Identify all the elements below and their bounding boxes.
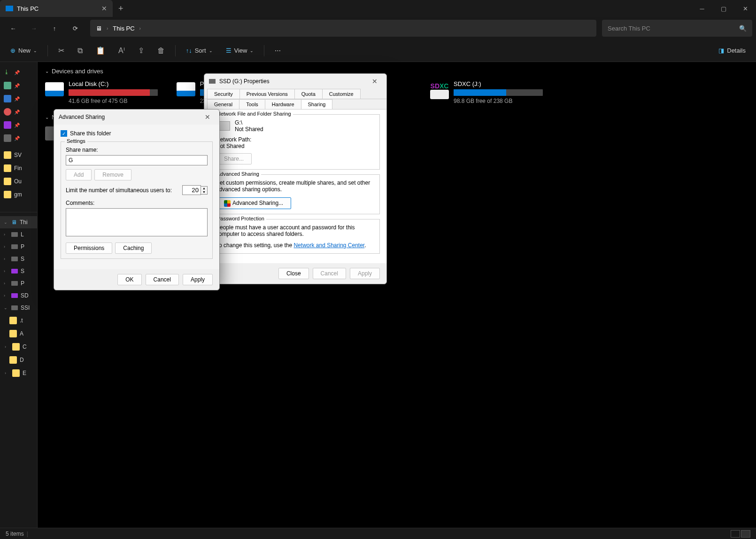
up-button[interactable]: ↑ bbox=[45, 20, 64, 37]
sidebar-subfolder[interactable]: D bbox=[0, 353, 37, 367]
caching-button[interactable]: Caching bbox=[115, 242, 152, 254]
view-button[interactable]: ☰ View ⌄ bbox=[221, 42, 259, 59]
sidebar-quick-videos[interactable]: 📌 bbox=[0, 118, 37, 132]
share-folder-checkbox[interactable]: ✓ Share this folder bbox=[61, 130, 213, 137]
sidebar-this-pc[interactable]: ⌄🖥Thi bbox=[0, 216, 37, 228]
address-bar[interactable]: 🖥 › This PC › bbox=[90, 20, 596, 37]
sidebar-folder[interactable]: gm bbox=[0, 188, 37, 201]
spinner-up[interactable]: ▲ bbox=[201, 187, 207, 190]
password-protection-fieldset: Password Protection People must have a u… bbox=[211, 219, 380, 254]
details-view-toggle[interactable] bbox=[731, 530, 740, 538]
sidebar-drive[interactable]: ›S bbox=[0, 265, 37, 277]
drive-name: Local Disk (C:) bbox=[69, 80, 158, 87]
tab-sharing[interactable]: Sharing bbox=[301, 99, 333, 109]
sidebar-quick-documents[interactable]: 📌 bbox=[0, 79, 37, 92]
delete-button[interactable]: 🗑 bbox=[153, 42, 170, 59]
limit-input[interactable] bbox=[182, 185, 201, 195]
tab-security[interactable]: Security bbox=[207, 89, 240, 99]
drive-icon bbox=[177, 82, 195, 96]
refresh-button[interactable]: ⟳ bbox=[66, 20, 85, 37]
sidebar-drive[interactable]: ›SD bbox=[0, 289, 37, 302]
sidebar-drive[interactable]: ›P bbox=[0, 241, 37, 253]
sidebar-label: gm bbox=[14, 191, 22, 198]
copy-button[interactable]: ⧉ bbox=[73, 42, 87, 59]
sidebar-drive[interactable]: ›L bbox=[0, 228, 37, 241]
close-dialog-button[interactable]: ✕ bbox=[368, 78, 382, 85]
drive-info: Local Disk (C:) 41.6 GB free of 475 GB bbox=[69, 80, 158, 104]
sidebar-quick-item[interactable]: 📌 bbox=[0, 132, 37, 145]
music-icon bbox=[4, 108, 11, 116]
tab-tools[interactable]: Tools bbox=[239, 99, 265, 109]
sidebar-subfolder[interactable]: .t bbox=[0, 314, 37, 327]
maximize-button[interactable]: ▢ bbox=[713, 0, 734, 17]
window-tab[interactable]: This PC ✕ bbox=[0, 0, 113, 17]
apply-button[interactable]: Apply bbox=[350, 268, 380, 279]
tab-previous-versions[interactable]: Previous Versions bbox=[239, 89, 295, 99]
ok-button[interactable]: OK bbox=[117, 274, 141, 285]
sidebar-subfolder[interactable]: ›C bbox=[0, 340, 37, 353]
chevron-down-icon: ⌄ bbox=[209, 48, 213, 53]
sidebar-quick-download[interactable]: ⭳📌 bbox=[0, 66, 37, 79]
network-sharing-center-link[interactable]: Network and Sharing Center bbox=[293, 242, 364, 249]
view-label: View bbox=[234, 47, 247, 54]
tab-customize[interactable]: Customize bbox=[322, 89, 361, 99]
dialog-titlebar[interactable]: SSD (G:) Properties ✕ bbox=[204, 74, 386, 89]
dialog-titlebar[interactable]: Advanced Sharing ✕ bbox=[54, 109, 219, 125]
sidebar-quick-music[interactable]: 📌 bbox=[0, 105, 37, 118]
tab-quota[interactable]: Quota bbox=[294, 89, 323, 99]
close-dialog-button[interactable]: ✕ bbox=[201, 113, 215, 121]
spinner-down[interactable]: ▼ bbox=[201, 190, 207, 194]
advanced-sharing-button[interactable]: Advanced Sharing... bbox=[216, 197, 291, 209]
network-path-label: Network Path: bbox=[216, 136, 375, 143]
cut-button[interactable]: ✂ bbox=[54, 42, 69, 59]
sidebar-quick-pictures[interactable]: 📌 bbox=[0, 92, 37, 105]
rename-button[interactable]: Aᴵ bbox=[114, 42, 130, 59]
sidebar-drive[interactable]: ›P bbox=[0, 277, 37, 289]
group-header-devices[interactable]: ⌄ Devices and drives bbox=[45, 68, 748, 75]
sidebar-label: A bbox=[20, 330, 23, 337]
folder-icon bbox=[9, 330, 17, 337]
close-window-button[interactable]: ✕ bbox=[734, 0, 756, 17]
new-tab-button[interactable]: + bbox=[113, 4, 129, 14]
tab-general[interactable]: General bbox=[207, 99, 239, 109]
share-button[interactable]: ⇪ bbox=[133, 42, 149, 59]
chevron-right-icon: › bbox=[5, 371, 9, 375]
this-pc-icon bbox=[6, 6, 13, 11]
close-button[interactable]: Close bbox=[278, 268, 309, 279]
sort-button[interactable]: ↑↓ Sort ⌄ bbox=[181, 42, 217, 59]
sidebar-folder[interactable]: SV bbox=[0, 148, 37, 162]
share-name-input[interactable] bbox=[66, 155, 208, 165]
sidebar-subfolder[interactable]: A bbox=[0, 327, 37, 340]
new-button[interactable]: ⊕ New ⌄ bbox=[6, 42, 42, 59]
comments-textarea[interactable] bbox=[66, 208, 208, 236]
tab-hardware[interactable]: Hardware bbox=[265, 99, 301, 109]
command-toolbar: ⊕ New ⌄ ✂ ⧉ 📋 Aᴵ ⇪ 🗑 ↑↓ Sort ⌄ ☰ View ⌄ … bbox=[0, 39, 756, 62]
drive-item[interactable]: SDXC SDXC (J:) 98.8 GB free of 238 GB bbox=[430, 80, 543, 104]
add-button[interactable]: Add bbox=[66, 169, 92, 180]
user-limit-spinner[interactable]: ▲ ▼ bbox=[182, 185, 208, 195]
apply-button[interactable]: Apply bbox=[183, 274, 213, 285]
minimize-button[interactable]: ─ bbox=[691, 0, 713, 17]
close-tab-icon[interactable]: ✕ bbox=[101, 5, 107, 12]
back-button[interactable]: ← bbox=[4, 20, 23, 37]
cut-icon: ✂ bbox=[58, 46, 64, 55]
permissions-button[interactable]: Permissions bbox=[66, 242, 112, 254]
sidebar-folder[interactable]: Fin bbox=[0, 162, 37, 175]
cancel-button[interactable]: Cancel bbox=[146, 274, 179, 285]
view-icon: ☰ bbox=[226, 47, 231, 54]
sidebar-drive[interactable]: ⌄SSI bbox=[0, 302, 37, 314]
search-input[interactable]: Search This PC 🔍 bbox=[602, 20, 752, 37]
details-button[interactable]: ◨ Details bbox=[714, 42, 750, 59]
forward-button[interactable]: → bbox=[24, 20, 43, 37]
cancel-button[interactable]: Cancel bbox=[313, 268, 346, 279]
sidebar-subfolder[interactable]: ›E bbox=[0, 367, 37, 380]
drive-icon bbox=[11, 232, 18, 237]
paste-button[interactable]: 📋 bbox=[91, 42, 110, 59]
sidebar-drive[interactable]: ›S bbox=[0, 253, 37, 265]
more-button[interactable]: ⋯ bbox=[270, 42, 285, 59]
sidebar-folder[interactable]: Ou bbox=[0, 175, 37, 188]
drive-item[interactable]: Local Disk (C:) 41.6 GB free of 475 GB bbox=[45, 80, 158, 104]
remove-button[interactable]: Remove bbox=[94, 169, 131, 180]
tiles-view-toggle[interactable] bbox=[741, 530, 750, 538]
share-button[interactable]: Share... bbox=[216, 153, 252, 164]
